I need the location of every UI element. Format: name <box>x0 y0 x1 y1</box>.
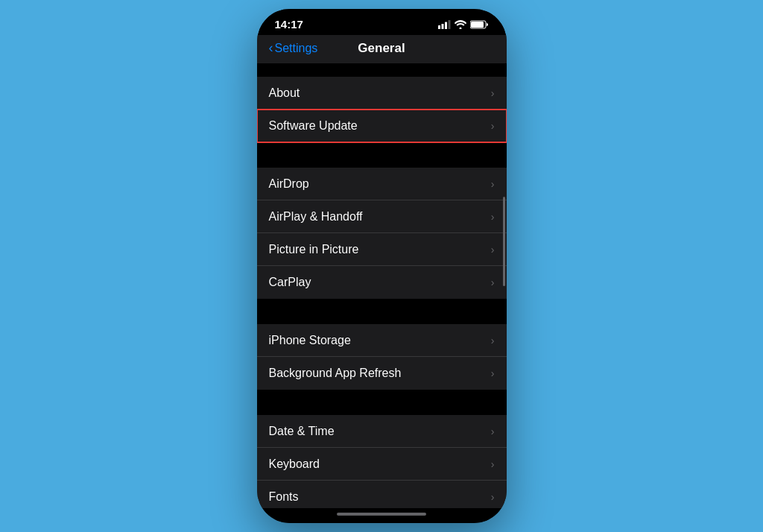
nav-bar: ‹ Settings General <box>257 35 507 63</box>
background-app-refresh-chevron-icon: › <box>491 367 495 379</box>
svg-rect-3 <box>448 20 450 29</box>
section-gap-top <box>257 63 507 77</box>
status-icons <box>438 20 489 29</box>
carplay-row[interactable]: CarPlay › <box>257 266 507 299</box>
keyboard-label: Keyboard <box>269 457 320 471</box>
fonts-label: Fonts <box>269 490 299 504</box>
iphone-storage-label: iPhone Storage <box>269 334 351 347</box>
section-gap-3 <box>257 390 507 415</box>
home-indicator <box>257 508 507 523</box>
about-chevron-icon: › <box>491 87 495 99</box>
carplay-right: › <box>491 276 495 288</box>
back-chevron-icon: ‹ <box>269 40 273 56</box>
settings-group-3: iPhone Storage › Background App Refresh … <box>257 324 507 390</box>
iphone-storage-right: › <box>491 335 495 346</box>
background-app-refresh-row[interactable]: Background App Refresh › <box>257 357 507 390</box>
date-time-right: › <box>491 425 495 437</box>
fonts-right: › <box>491 491 495 503</box>
status-bar: 14:17 <box>257 9 507 35</box>
iphone-storage-chevron-icon: › <box>491 335 495 346</box>
about-right: › <box>491 87 495 99</box>
wifi-icon <box>455 20 466 29</box>
about-row[interactable]: About › <box>257 77 507 110</box>
background-app-refresh-right: › <box>491 367 495 379</box>
phone-frame: 14:17 ‹ Se <box>257 9 507 523</box>
date-time-row[interactable]: Date & Time › <box>257 415 507 448</box>
back-label: Settings <box>275 42 318 55</box>
software-update-label: Software Update <box>269 119 358 133</box>
svg-rect-1 <box>441 24 443 29</box>
svg-rect-2 <box>445 22 447 29</box>
settings-content[interactable]: About › Software Update › AirDrop › <box>257 63 507 508</box>
picture-in-picture-right: › <box>491 244 495 256</box>
home-bar <box>337 513 426 516</box>
carplay-chevron-icon: › <box>491 276 495 288</box>
signal-icon <box>438 20 451 29</box>
section-gap-1 <box>257 142 507 168</box>
settings-group-4: Date & Time › Keyboard › Fonts › Languag… <box>257 415 507 508</box>
software-update-row[interactable]: Software Update › <box>257 110 507 142</box>
svg-rect-0 <box>438 25 440 29</box>
svg-rect-5 <box>471 22 484 28</box>
airplay-handoff-right: › <box>491 211 495 223</box>
fonts-chevron-icon: › <box>491 491 495 503</box>
background-app-refresh-label: Background App Refresh <box>269 367 402 380</box>
keyboard-right: › <box>491 458 495 470</box>
iphone-storage-row[interactable]: iPhone Storage › <box>257 324 507 357</box>
airplay-handoff-label: AirPlay & Handoff <box>269 210 363 224</box>
picture-in-picture-row[interactable]: Picture in Picture › <box>257 233 507 266</box>
status-time: 14:17 <box>275 18 303 31</box>
airdrop-right: › <box>491 178 495 190</box>
date-time-chevron-icon: › <box>491 425 495 437</box>
settings-group-2: AirDrop › AirPlay & Handoff › Picture in… <box>257 168 507 299</box>
fonts-row[interactable]: Fonts › <box>257 481 507 508</box>
carplay-label: CarPlay <box>269 276 311 289</box>
airplay-handoff-row[interactable]: AirPlay & Handoff › <box>257 200 507 233</box>
about-label: About <box>269 86 300 100</box>
picture-in-picture-chevron-icon: › <box>491 244 495 256</box>
airplay-handoff-chevron-icon: › <box>491 211 495 223</box>
airdrop-label: AirDrop <box>269 177 309 191</box>
software-update-right: › <box>491 120 495 132</box>
section-gap-2 <box>257 299 507 324</box>
airdrop-chevron-icon: › <box>491 178 495 190</box>
back-button[interactable]: ‹ Settings <box>269 41 318 56</box>
nav-title: General <box>358 41 405 56</box>
keyboard-row[interactable]: Keyboard › <box>257 448 507 481</box>
battery-icon <box>470 20 489 29</box>
scroll-indicator <box>503 197 505 286</box>
keyboard-chevron-icon: › <box>491 458 495 470</box>
airdrop-row[interactable]: AirDrop › <box>257 168 507 200</box>
software-update-chevron-icon: › <box>491 120 495 132</box>
picture-in-picture-label: Picture in Picture <box>269 243 359 256</box>
date-time-label: Date & Time <box>269 425 335 438</box>
settings-group-1: About › Software Update › <box>257 77 507 142</box>
